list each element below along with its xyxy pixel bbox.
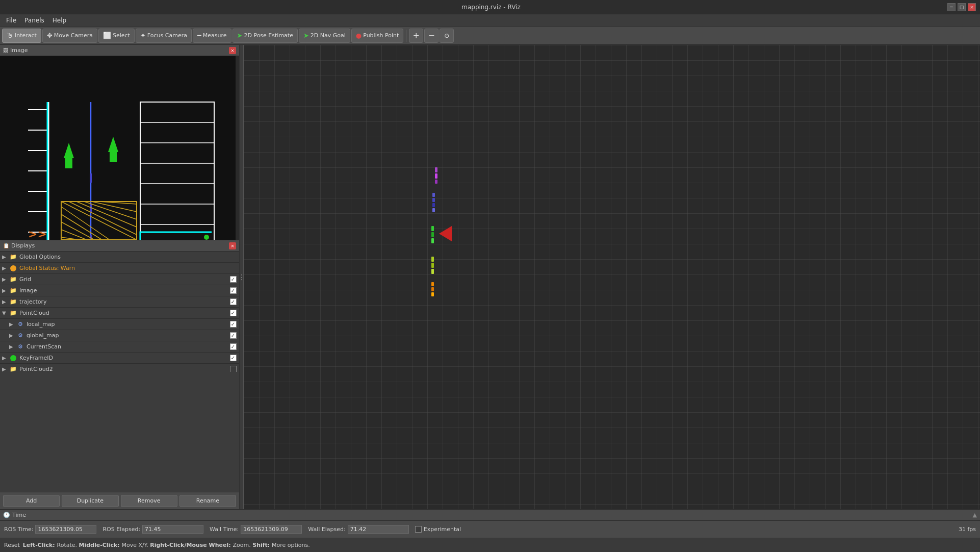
move-camera-button[interactable]: ✥ Move Camera <box>42 29 97 43</box>
hint-shift-bold: Shift: <box>252 542 272 548</box>
display-name-keyframeid: KeyFrameID <box>19 355 229 361</box>
checkbox-local-map-checked[interactable]: ✓ <box>230 321 237 328</box>
display-item-global-map[interactable]: ▶ ⚙ global_map ✓ <box>0 330 239 341</box>
checkbox-currentscan-checked[interactable]: ✓ <box>230 343 237 350</box>
zoom-out-button[interactable]: − <box>424 29 439 43</box>
checkbox-image-checked[interactable]: ✓ <box>230 287 237 294</box>
display-item-global-status[interactable]: ▶ Global Status: Warn <box>0 263 239 274</box>
hints-bar: Reset Left-Click: Rotate. Middle-Click: … <box>0 538 980 552</box>
zoom-in-button[interactable]: + <box>409 29 423 43</box>
display-item-trajectory[interactable]: ▶ 📁 trajectory ✓ <box>0 296 239 308</box>
menu-panels[interactable]: Panels <box>20 16 48 25</box>
checkbox-pointcloud[interactable]: ✓ <box>229 309 237 317</box>
checkbox-trajectory[interactable]: ✓ <box>229 298 237 306</box>
marker-segment-yg3 <box>431 269 434 274</box>
move-camera-label: Move Camera <box>54 32 93 39</box>
display-item-local-map[interactable]: ▶ ⚙ local_map ✓ <box>0 319 239 330</box>
nav-goal-button[interactable]: ➤ 2D Nav Goal <box>299 29 350 43</box>
gear-icon-local-map: ⚙ <box>16 320 24 329</box>
marker-segment-yg1 <box>431 257 434 262</box>
add-button[interactable]: Add <box>3 495 60 507</box>
display-item-global-options[interactable]: ▶ 📁 Global Options <box>0 252 239 263</box>
duplicate-button[interactable]: Duplicate <box>62 495 118 507</box>
window-title: mapping.rviz - RViz <box>35 4 947 11</box>
minimize-button[interactable]: ─ <box>947 3 956 11</box>
measure-button[interactable]: ━ Measure <box>193 29 231 43</box>
checkbox-global-status <box>229 264 237 272</box>
folder-icon-trajectory: 📁 <box>9 298 17 306</box>
checkbox-local-map[interactable]: ✓ <box>229 320 237 329</box>
ros-time-label: ROS Time: <box>4 526 33 533</box>
maximize-button[interactable]: □ <box>958 3 966 11</box>
checkbox-grid[interactable]: ✓ <box>229 275 237 284</box>
displays-panel-title: Displays <box>11 242 35 249</box>
move-camera-icon: ✥ <box>47 32 53 39</box>
hint-right-click: Zoom. <box>233 542 253 548</box>
checkbox-pointcloud2[interactable] <box>229 365 237 372</box>
time-content: ROS Time: 1653621309.05 ROS Elapsed: 71.… <box>0 521 980 538</box>
ros-elapsed-value: 71.45 <box>142 525 203 534</box>
zoom-fit-button[interactable]: ⊙ <box>440 29 454 43</box>
experimental-checkbox[interactable] <box>415 526 422 533</box>
publish-point-button[interactable]: ● Publish Point <box>351 29 403 43</box>
measure-icon: ━ <box>197 32 201 39</box>
display-item-pointcloud[interactable]: ▼ 📁 PointCloud ✓ <box>0 308 239 319</box>
image-panel-header: 🖼 Image × <box>0 45 239 56</box>
folder-icon-pointcloud: 📁 <box>9 309 17 317</box>
checkbox-keyframeid[interactable]: ✓ <box>229 354 237 362</box>
checkbox-trajectory-checked[interactable]: ✓ <box>230 298 237 305</box>
reset-button[interactable]: Reset <box>4 542 20 548</box>
marker-segment-green3 <box>431 238 434 243</box>
expand-arrow-grid: ▶ <box>2 277 9 282</box>
marker-green-cluster <box>431 226 434 243</box>
displays-panel-close[interactable]: × <box>229 242 236 249</box>
panels-resize-handle[interactable] <box>240 45 244 509</box>
display-name-global-status: Global Status: Warn <box>19 265 229 271</box>
menu-help[interactable]: Help <box>48 16 70 25</box>
marker-segment-green2 <box>431 232 434 237</box>
marker-segment-o1 <box>431 282 434 286</box>
folder-icon: 📁 <box>9 253 17 261</box>
main-3d-view[interactable] <box>244 45 980 509</box>
menu-file[interactable]: File <box>2 16 20 25</box>
experimental-check[interactable]: Experimental <box>415 526 461 533</box>
marker-segment <box>435 173 437 179</box>
checkbox-pointcloud2-unchecked[interactable] <box>230 366 237 372</box>
interact-button[interactable]: 🖱 Interact <box>2 29 41 43</box>
svg-text:>>: >> <box>28 228 47 240</box>
marker-green-with-arrow <box>431 223 459 245</box>
checkbox-global-map-checked[interactable]: ✓ <box>230 332 237 339</box>
marker-segment-green <box>431 226 434 231</box>
image-panel-close[interactable]: × <box>229 47 236 54</box>
marker-segment <box>432 208 435 212</box>
focus-camera-icon: ✦ <box>140 32 146 39</box>
display-item-pointcloud2[interactable]: ▶ 📁 PointCloud2 <box>0 364 239 372</box>
checkbox-keyframeid-checked[interactable]: ✓ <box>230 355 237 361</box>
focus-camera-button[interactable]: ✦ Focus Camera <box>136 29 192 43</box>
svg-rect-23 <box>90 173 92 183</box>
checkbox-currentscan[interactable]: ✓ <box>229 343 237 351</box>
checkbox-image[interactable]: ✓ <box>229 287 237 295</box>
select-button[interactable]: ⬜ Select <box>98 29 135 43</box>
display-item-currentscan[interactable]: ▶ ⚙ CurrentScan ✓ <box>0 341 239 353</box>
close-button[interactable]: × <box>968 3 976 11</box>
checkbox-pointcloud-checked[interactable]: ✓ <box>230 310 237 316</box>
expand-arrow-status: ▶ <box>2 265 9 271</box>
displays-panel-header: 📋 Displays × <box>0 240 239 252</box>
folder-icon-image: 📁 <box>9 287 17 295</box>
display-item-grid[interactable]: ▶ 📁 Grid ✓ <box>0 274 239 285</box>
expand-arrow-pointcloud: ▼ <box>2 310 9 316</box>
display-item-image[interactable]: ▶ 📁 Image ✓ <box>0 285 239 296</box>
display-name-currentscan: CurrentScan <box>27 343 229 350</box>
time-panel-expand[interactable]: ▲ <box>973 512 977 518</box>
display-item-keyframeid[interactable]: ▶ KeyFrameID ✓ <box>0 353 239 364</box>
menubar: File Panels Help <box>0 14 980 27</box>
remove-button[interactable]: Remove <box>121 495 177 507</box>
nav-goal-icon: ➤ <box>303 32 309 39</box>
checkbox-global-options <box>229 253 237 261</box>
checkbox-grid-checked[interactable]: ✓ <box>230 276 237 283</box>
rename-button[interactable]: Rename <box>179 495 236 507</box>
window-controls[interactable]: ─ □ × <box>947 3 976 11</box>
checkbox-global-map[interactable]: ✓ <box>229 332 237 340</box>
pose-estimate-button[interactable]: ➤ 2D Pose Estimate <box>233 29 298 43</box>
